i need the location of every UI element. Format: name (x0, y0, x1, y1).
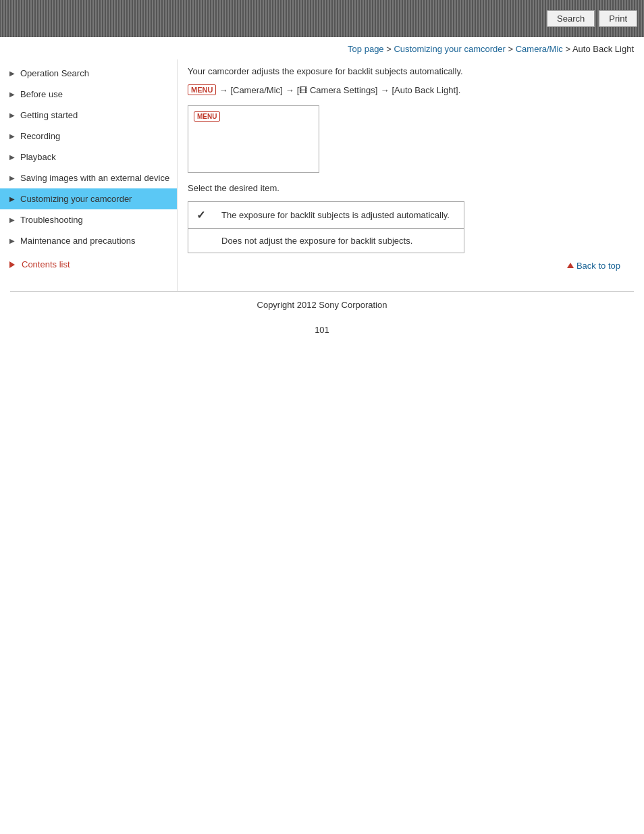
select-label: Select the desired item. (188, 183, 630, 193)
path-arrow-2: → (286, 85, 294, 95)
arrow-icon: ▶ (9, 111, 15, 119)
sidebar-item-customizing[interactable]: ▶ Customizing your camcorder (0, 188, 177, 209)
screenshot-box: MENU (188, 105, 319, 173)
main-content: Your camcorder adjusts the exposure for … (177, 59, 644, 291)
arrow-icon: ▶ (9, 70, 15, 77)
page-number: 101 (0, 318, 644, 342)
table-row[interactable]: Does not adjust the exposure for backlit… (188, 229, 464, 253)
menu-path: MENU → [Camera/Mic] → [🎞 Camera Settings… (188, 84, 630, 95)
arrow-right-icon (9, 261, 15, 268)
path-arrow-1: → (219, 85, 227, 95)
sidebar-item-label: Operation Search (20, 68, 89, 78)
menu-button-label: MENU (188, 84, 216, 95)
back-to-top-link[interactable]: Back to top (567, 261, 620, 271)
sidebar-item-label: Troubleshooting (20, 215, 83, 225)
sidebar-item-label: Before use (20, 89, 63, 99)
options-table: ✓ The exposure for backlit subjects is a… (188, 201, 464, 253)
arrow-icon: ▶ (9, 174, 15, 182)
sidebar-item-playback[interactable]: ▶ Playback (0, 147, 177, 167)
description-text: Your camcorder adjusts the exposure for … (188, 66, 630, 76)
arrow-icon: ▶ (9, 153, 15, 161)
arrow-icon: ▶ (9, 195, 15, 203)
main-layout: ▶ Operation Search ▶ Before use ▶ Gettin… (0, 59, 644, 291)
option-text-1: The exposure for backlit subjects is adj… (213, 202, 464, 229)
contents-list-link[interactable]: Contents list (0, 251, 177, 278)
breadcrumb-current: Auto Back Light (572, 44, 634, 54)
path-step2: [🎞 Camera Settings] (297, 85, 378, 95)
contents-list-label: Contents list (22, 259, 70, 269)
sidebar-item-saving-images[interactable]: ▶ Saving images with an external device (0, 167, 177, 188)
sidebar-item-label: Getting started (20, 110, 78, 120)
sidebar-item-troubleshooting[interactable]: ▶ Troubleshooting (0, 209, 177, 230)
breadcrumb: Top page > Customizing your camcorder > … (0, 37, 644, 59)
copyright: Copyright 2012 Sony Corporation (0, 292, 644, 318)
path-step1: [Camera/Mic] (230, 85, 282, 95)
arrow-icon: ▶ (9, 132, 15, 140)
breadcrumb-top-link[interactable]: Top page (348, 44, 384, 54)
back-to-top-label: Back to top (576, 261, 620, 271)
sidebar-item-label: Saving images with an external device (20, 173, 169, 183)
arrow-icon: ▶ (9, 216, 15, 224)
breadcrumb-customizing-link[interactable]: Customizing your camcorder (394, 44, 505, 54)
check-cell-1: ✓ (188, 202, 214, 229)
sidebar-item-getting-started[interactable]: ▶ Getting started (0, 105, 177, 126)
sidebar: ▶ Operation Search ▶ Before use ▶ Gettin… (0, 59, 177, 281)
header-bar: Search Print (0, 0, 644, 37)
print-button[interactable]: Print (599, 10, 637, 27)
footer-nav: Back to top (188, 253, 630, 278)
option-text-2: Does not adjust the exposure for backlit… (213, 229, 464, 253)
sidebar-item-label: Playback (20, 152, 56, 162)
check-cell-2 (188, 229, 214, 253)
path-arrow-3: → (380, 85, 389, 95)
triangle-up-icon (567, 263, 574, 268)
arrow-icon: ▶ (9, 90, 15, 98)
table-row[interactable]: ✓ The exposure for backlit subjects is a… (188, 202, 464, 229)
breadcrumb-camera-mic-link[interactable]: Camera/Mic (516, 44, 563, 54)
sidebar-item-label: Customizing your camcorder (20, 194, 132, 204)
sidebar-item-label: Maintenance and precautions (20, 236, 136, 246)
sidebar-item-recording[interactable]: ▶ Recording (0, 126, 177, 147)
sidebar-item-operation-search[interactable]: ▶ Operation Search (0, 63, 177, 84)
sidebar-item-before-use[interactable]: ▶ Before use (0, 84, 177, 105)
arrow-icon: ▶ (9, 237, 15, 244)
screenshot-menu-btn: MENU (194, 111, 220, 122)
sidebar-item-maintenance[interactable]: ▶ Maintenance and precautions (0, 230, 177, 251)
search-button[interactable]: Search (547, 10, 595, 27)
path-step3: [Auto Back Light]. (392, 85, 460, 95)
sidebar-item-label: Recording (20, 131, 60, 141)
